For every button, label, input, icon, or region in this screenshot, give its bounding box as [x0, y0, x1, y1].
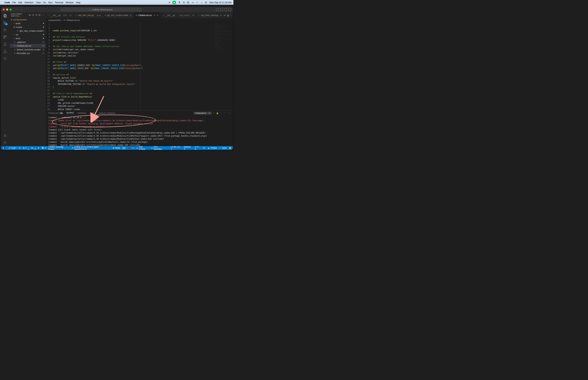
- eol-status[interactable]: LF: [203, 147, 205, 149]
- cmake-run-cpack[interactable]: ▷ Run CPack: [137, 146, 149, 150]
- tree-file-readme[interactable]: ⓘREADME.mdU: [10, 51, 46, 55]
- menu-terminal[interactable]: Terminal: [55, 1, 63, 4]
- output-filter-icon[interactable]: ≡: [213, 112, 214, 114]
- scm-branch[interactable]: ⎇ main*: [8, 147, 17, 149]
- settings-gear-icon[interactable]: [3, 141, 7, 145]
- tab-cmakelists[interactable]: MCMakeLists.txtU×: [133, 12, 160, 18]
- problems-status[interactable]: ⊗ 1 ⚠ 12 ⓘ 8: [23, 145, 39, 150]
- cmake-icon[interactable]: [3, 49, 7, 53]
- close-window-button[interactable]: [3, 8, 5, 11]
- app-name[interactable]: Code: [4, 1, 10, 4]
- tree-file-default-toolchain[interactable]: ≡default_toolchain.cmakeU: [10, 48, 46, 51]
- spell-status[interactable]: ✓ Spell: [219, 147, 227, 149]
- menu-file[interactable]: File: [12, 1, 16, 4]
- sync-button[interactable]: ⟳: [19, 147, 20, 149]
- output-content[interactable]: [cmake] -- pybind11 v2.14.0 ...[cmake] C…: [46, 116, 233, 146]
- tree-file-gitignore[interactable]: ≡.gitignoreU: [10, 40, 46, 44]
- tab-init-tests[interactable]: ⚬__init__.py .../unit_tests/...U: [160, 12, 196, 18]
- tree-folder-build[interactable]: ›build: [10, 21, 46, 25]
- ports-status[interactable]: 📡 0: [41, 147, 46, 149]
- fullscreen-window-button[interactable]: [10, 8, 12, 11]
- explorer-icon[interactable]: [3, 14, 7, 18]
- tree-folder-cmake[interactable]: ▾cmake: [10, 25, 46, 29]
- collapse-icon[interactable]: ⊟: [38, 14, 41, 16]
- panel-chevron-up-icon[interactable]: ˄: [224, 112, 225, 114]
- menu-go[interactable]: Go: [43, 1, 46, 4]
- source-control-icon[interactable]: 10: [3, 21, 7, 25]
- minimize-window-button[interactable]: [6, 8, 8, 11]
- control-center-icon[interactable]: ☰: [205, 1, 207, 4]
- code-editor[interactable]: 1234567891011121314151617181920212223242…: [46, 22, 233, 110]
- menu-help[interactable]: Help: [76, 1, 80, 4]
- more-tab-actions-icon[interactable]: ⋯: [230, 14, 233, 17]
- layout-customize-icon[interactable]: [228, 8, 231, 11]
- nav-forward-icon[interactable]: →: [20, 8, 22, 11]
- close-tab-icon[interactable]: ×: [157, 14, 158, 17]
- nav-back-icon[interactable]: ←: [16, 8, 19, 11]
- indentation-status[interactable]: Spaces: 4: [184, 146, 193, 150]
- new-file-icon[interactable]: ⊕: [29, 14, 31, 16]
- breadcrumb-folder[interactable]: composichem: [48, 19, 61, 21]
- cmake-status[interactable]: CMake: [Debug]: Ready: [48, 146, 69, 150]
- account-icon[interactable]: [3, 133, 7, 138]
- panel-tab-output[interactable]: OUTPUT: [66, 112, 74, 114]
- panel-tab-problems[interactable]: PROBLEMS21: [48, 112, 63, 114]
- menu-selection[interactable]: Selection: [24, 1, 34, 4]
- panel-tab-ports[interactable]: PORTS: [90, 112, 96, 114]
- panel-tab-debug-console[interactable]: DEBUG CONSOLE: [99, 112, 115, 114]
- panel-tab-terminal[interactable]: TERMINAL: [77, 112, 87, 114]
- key-icon[interactable]: ⚿: [187, 1, 189, 4]
- breadcrumb-file[interactable]: CMakeLists.txt: [66, 19, 80, 21]
- output-lock-icon[interactable]: 🔓: [216, 112, 219, 114]
- tree-file-get-nwx-cmake[interactable]: ≡get_nwx_cmake.cmakeU: [10, 29, 46, 33]
- camera-icon[interactable]: ■: [172, 1, 176, 4]
- menu-run[interactable]: Run: [49, 1, 53, 4]
- cmake-build-button[interactable]: ⚙ Build: [113, 147, 120, 149]
- breadcrumbs[interactable]: composichem › M CMakeLists.txt: [46, 18, 233, 22]
- tab-init-src[interactable]: ⚬__init__.py src/...U: [46, 12, 74, 18]
- search-activity-icon[interactable]: [3, 57, 7, 60]
- more-icon[interactable]: ⋯: [42, 14, 44, 16]
- panel-close-icon[interactable]: ×: [229, 112, 230, 114]
- cmake-kit[interactable]: ✕ [Clang 15.0.0 arm64-apple-darwin23.6.0…: [72, 146, 110, 150]
- split-editor-icon[interactable]: ▥: [227, 14, 229, 17]
- extensions-icon[interactable]: [3, 35, 7, 39]
- notifications-icon[interactable]: 🔔: [229, 147, 231, 149]
- compare-icon[interactable]: ⇄: [224, 14, 226, 17]
- cmake-debug-icon[interactable]: 🐞: [128, 147, 130, 149]
- tree-root[interactable]: ▾composichem: [10, 18, 46, 21]
- cmake-run-workflow[interactable]: ▷ Run Workflow: [152, 146, 166, 150]
- minimap[interactable]: [214, 22, 233, 110]
- new-folder-icon[interactable]: 🗀: [32, 14, 34, 16]
- menu-view[interactable]: View: [36, 1, 41, 4]
- encoding-status[interactable]: UTF-8: [195, 146, 200, 150]
- spotlight-icon[interactable]: ⌕: [201, 1, 203, 4]
- menu-edit[interactable]: Edit: [18, 1, 22, 4]
- run-debug-icon[interactable]: [3, 28, 7, 32]
- layout-panel-icon[interactable]: [220, 8, 223, 11]
- remote-indicator[interactable]: ⚡: [1, 146, 6, 150]
- menu-window[interactable]: Window: [66, 1, 74, 4]
- wifi-icon[interactable]: ᯤ: [196, 1, 199, 4]
- tab-test-hello-world[interactable]: ⚬test_hello_world.pyU: [196, 12, 224, 18]
- testing-icon[interactable]: [3, 42, 7, 46]
- tree-folder-tests[interactable]: ›tests: [10, 37, 46, 40]
- mic-icon[interactable]: 🎙: [178, 1, 181, 4]
- tab-test-with-nwx[interactable]: ⚬test_with_nwx.py 4, U: [74, 12, 103, 18]
- layout-sidebar-left-icon[interactable]: [216, 8, 219, 11]
- output-more-icon[interactable]: ⋯: [220, 112, 222, 114]
- screen-mirror-icon[interactable]: ⎚: [169, 1, 170, 4]
- cursor-position[interactable]: Ln 30, Col 1: [171, 146, 181, 150]
- command-center[interactable]: ⌕ Untitled (Workspace): [60, 7, 142, 12]
- tree-file-cmakelists[interactable]: MCMakeLists.txtU: [10, 44, 46, 48]
- cmake-launch-icon[interactable]: ▷: [133, 147, 134, 149]
- battery-icon[interactable]: ▭: [192, 1, 194, 4]
- menubar-datetime[interactable]: Mon Sep 23 11:28 AM: [209, 1, 231, 4]
- output-channel-dropdown[interactable]: CMake/Build▾: [194, 112, 212, 115]
- tab-get-nwx-cmake[interactable]: ≡get_nwx_cmake.cmakeU: [103, 12, 133, 18]
- panel-chevron-down-icon[interactable]: ˅: [227, 112, 228, 114]
- cmake-target[interactable]: [all]: [122, 147, 126, 149]
- language-mode[interactable]: ▲ CMake: [208, 147, 217, 149]
- app-icon[interactable]: A: [183, 1, 185, 4]
- tree-folder-src[interactable]: ›src: [10, 33, 46, 37]
